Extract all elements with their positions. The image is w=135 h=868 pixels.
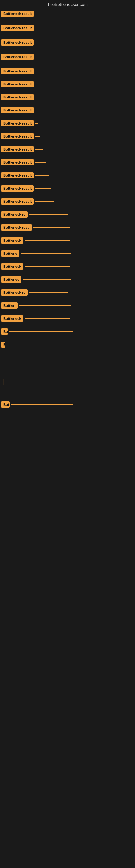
bottleneck-badge[interactable]: Bottleneck re (1, 211, 28, 218)
bar-line (35, 149, 43, 150)
bar-line (25, 318, 71, 319)
bar-line (9, 332, 73, 332)
result-row: Bottleneck result (0, 185, 135, 191)
bar-line (35, 175, 49, 176)
result-row: Bottlen (0, 303, 135, 309)
results-container: Bottleneck resultBottleneck resultBottle… (0, 9, 135, 408)
bar-indicator: | (1, 378, 4, 385)
result-row: Bottleneck result (0, 146, 135, 152)
bar-line (35, 188, 51, 189)
result-row: Bot (0, 401, 135, 408)
result-row: Bottleneck result (0, 39, 135, 45)
bottleneck-badge[interactable]: Bottleneck result (1, 198, 34, 205)
bottleneck-badge[interactable]: Bo (1, 329, 8, 335)
bar-line (33, 227, 70, 228)
result-row: Bottleneck result (0, 133, 135, 140)
result-row: Bottleneck result (0, 120, 135, 126)
result-row: Bottleneck result (0, 159, 135, 165)
bottleneck-badge[interactable]: Bottleneck resu (1, 224, 32, 230)
bar-line (35, 162, 46, 163)
result-row: Bottleneck result (0, 81, 135, 87)
bar-line (25, 267, 71, 267)
bottleneck-badge[interactable]: Bottleneck result (1, 185, 34, 191)
result-row: Bottlene (0, 250, 135, 257)
bottleneck-badge[interactable]: Bottleneck result (1, 120, 34, 126)
bar-line (19, 305, 71, 306)
result-row: Bottleneck re (0, 289, 135, 296)
bar-line (25, 240, 71, 241)
bar-line (35, 201, 54, 202)
bottleneck-badge[interactable]: Bottleneck result (1, 25, 34, 31)
bottleneck-badge[interactable]: Bottlene (1, 250, 19, 257)
bottleneck-badge[interactable]: Bottlen (1, 303, 17, 309)
bottleneck-badge[interactable]: Bot (1, 401, 10, 408)
result-row: Bottleneck result (0, 198, 135, 205)
result-row: Bottleneck result (0, 25, 135, 31)
bottleneck-badge[interactable]: Bottleneck result (1, 10, 34, 17)
bottleneck-badge[interactable]: Bottlenec (1, 276, 21, 283)
bottleneck-badge[interactable]: Bottleneck re (1, 289, 28, 296)
result-row: | (0, 378, 135, 385)
bottleneck-badge[interactable]: Bottleneck result (1, 146, 34, 152)
result-row: B (0, 341, 135, 348)
bar-line (21, 253, 71, 254)
bottleneck-badge[interactable]: B (1, 341, 5, 348)
bottleneck-badge[interactable]: Bottleneck result (1, 68, 34, 74)
result-row: Bottlenec (0, 276, 135, 283)
bottleneck-badge[interactable]: Bottleneck result (1, 133, 34, 140)
bar-line (35, 136, 41, 137)
site-title: TheBottlenecker.com (0, 0, 135, 9)
result-row: Bottleneck (0, 264, 135, 270)
result-row: Bo (0, 329, 135, 335)
bottleneck-badge[interactable]: Bottleneck result (1, 54, 34, 60)
result-row: Bottleneck result (0, 94, 135, 100)
bar-line (23, 279, 71, 280)
result-row: Bottleneck (0, 315, 135, 322)
bottleneck-badge[interactable]: Bottleneck result (1, 107, 34, 113)
bar-line (35, 123, 38, 124)
result-row: Bottleneck re (0, 211, 135, 218)
result-row: Bottleneck result (0, 10, 135, 17)
bottleneck-badge[interactable]: Bottleneck result (1, 81, 34, 87)
bottleneck-badge[interactable]: Bottleneck result (1, 39, 34, 45)
bottleneck-badge[interactable]: Bottleneck (1, 264, 23, 270)
result-row: Bottleneck result (0, 54, 135, 60)
result-row: Bottleneck resu (0, 224, 135, 230)
result-row: Bottleneck (0, 237, 135, 244)
bottleneck-badge[interactable]: Bottleneck (1, 237, 23, 244)
bottleneck-badge[interactable]: Bottleneck result (1, 159, 34, 165)
result-row: Bottleneck result (0, 172, 135, 179)
result-row: Bottleneck result (0, 68, 135, 74)
bottleneck-badge[interactable]: Bottleneck result (1, 172, 34, 179)
bar-line (29, 214, 68, 215)
bar-line (29, 292, 68, 293)
bottleneck-badge[interactable]: Bottleneck (1, 315, 23, 322)
result-row: Bottleneck result (0, 107, 135, 113)
bottleneck-badge[interactable]: Bottleneck result (1, 94, 34, 100)
bar-line (11, 404, 73, 405)
